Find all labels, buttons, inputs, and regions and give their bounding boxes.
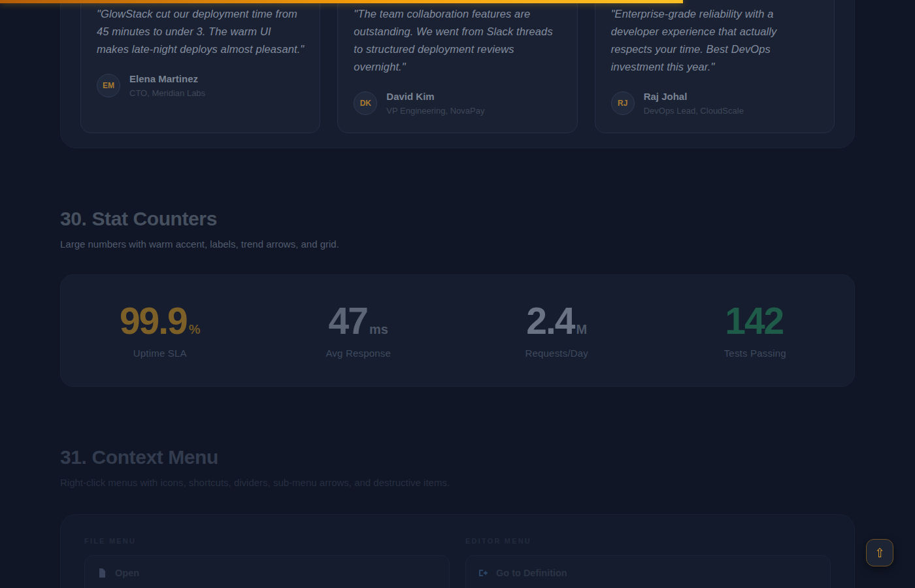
person-role: CTO, Meridian Labs xyxy=(129,88,205,98)
menu-caption: EDITOR MENU xyxy=(465,537,831,545)
stat-suffix: ms xyxy=(369,322,388,337)
menu-item-quick-look[interactable]: Quick Look xyxy=(90,585,444,588)
scroll-progress-bar xyxy=(0,0,683,3)
stat-counters-header: 30. Stat Counters Large numbers with war… xyxy=(60,207,855,250)
menu-item-open[interactable]: Open xyxy=(90,561,444,585)
person-meta: Raj Johal DevOps Lead, CloudScale xyxy=(644,91,744,116)
page-content: "GlowStack cut our deployment time from … xyxy=(60,0,855,588)
stat-label: Avg Response xyxy=(325,348,391,359)
testimonial-person: EM Elena Martinez CTO, Meridian Labs xyxy=(97,74,304,98)
context-menu: Go to Definition Find References xyxy=(465,555,831,588)
testimonials-section: "GlowStack cut our deployment time from … xyxy=(60,0,855,148)
context-menu-column-editor: EDITOR MENU Go to Definition Find Refere… xyxy=(465,537,831,588)
stat-value-row: 99.9 % xyxy=(120,302,201,340)
testimonial-card: "Enterprise-grade reliability with a dev… xyxy=(595,0,835,133)
testimonials-grid: "GlowStack cut our deployment time from … xyxy=(80,0,835,133)
menu-item-label: Open xyxy=(115,568,139,578)
avatar: DK xyxy=(354,91,377,115)
avatar: RJ xyxy=(611,91,635,115)
menu-item-go-to-definition[interactable]: Go to Definition xyxy=(471,561,825,585)
stat-avg-response: 47 ms Avg Response xyxy=(325,302,391,359)
avatar: EM xyxy=(97,74,120,97)
testimonial-card: "GlowStack cut our deployment time from … xyxy=(80,0,320,133)
stat-value: 142 xyxy=(725,302,783,340)
context-menu-header: 31. Context Menu Right-click menus with … xyxy=(60,446,855,488)
menu-item-find-references[interactable]: Find References xyxy=(471,585,825,588)
testimonial-quote: "Enterprise-grade reliability with a dev… xyxy=(611,5,818,76)
section-subtitle: Right-click menus with icons, shortcuts,… xyxy=(60,477,855,488)
testimonial-quote: "GlowStack cut our deployment time from … xyxy=(97,5,304,58)
section-subtitle: Large numbers with warm accent, labels, … xyxy=(60,238,855,250)
menu-caption: FILE MENU xyxy=(84,537,450,545)
stat-suffix: % xyxy=(189,322,201,337)
menu-item-label: Go to Definition xyxy=(496,568,567,578)
stat-value: 2.4 xyxy=(526,302,574,340)
stat-tests-passing: 142 Tests Passing xyxy=(724,302,786,359)
stat-value: 47 xyxy=(329,302,367,340)
stat-counters-panel: 99.9 % Uptime SLA 47 ms Avg Response 2.4… xyxy=(60,274,855,387)
person-meta: Elena Martinez CTO, Meridian Labs xyxy=(129,74,205,98)
stat-value-row: 2.4 M xyxy=(525,302,588,340)
person-role: DevOps Lead, CloudScale xyxy=(644,106,744,116)
context-menu-demo-panel: FILE MENU Open Quick Look EDITOR MENU xyxy=(60,514,855,588)
person-meta: David Kim VP Engineering, NovaPay xyxy=(386,91,484,116)
testimonial-person: RJ Raj Johal DevOps Lead, CloudScale xyxy=(611,91,818,116)
stat-label: Tests Passing xyxy=(724,348,786,359)
context-menu: Open Quick Look xyxy=(84,555,450,588)
stat-value: 99.9 xyxy=(120,302,187,340)
person-name: Elena Martinez xyxy=(129,74,205,85)
section-title: 30. Stat Counters xyxy=(60,207,855,231)
scroll-to-top-button[interactable]: ⇧ xyxy=(866,539,893,566)
definition-icon xyxy=(478,568,488,578)
testimonial-person: DK David Kim VP Engineering, NovaPay xyxy=(354,91,561,116)
file-icon xyxy=(97,568,107,578)
testimonial-card: "The team collaboration features are out… xyxy=(337,0,577,133)
stat-label: Requests/Day xyxy=(525,348,588,359)
arrow-up-icon: ⇧ xyxy=(874,547,885,559)
person-name: David Kim xyxy=(386,91,484,103)
testimonial-quote: "The team collaboration features are out… xyxy=(354,5,561,76)
stat-value-row: 47 ms xyxy=(325,302,391,340)
stat-value-row: 142 xyxy=(724,302,786,340)
person-role: VP Engineering, NovaPay xyxy=(386,106,484,116)
section-title: 31. Context Menu xyxy=(60,446,855,469)
stat-requests: 2.4 M Requests/Day xyxy=(525,302,588,359)
stat-uptime: 99.9 % Uptime SLA xyxy=(120,302,201,359)
context-menu-column-file: FILE MENU Open Quick Look xyxy=(84,537,450,588)
person-name: Raj Johal xyxy=(644,91,744,103)
stat-label: Uptime SLA xyxy=(120,348,201,359)
stat-suffix: M xyxy=(576,322,588,337)
